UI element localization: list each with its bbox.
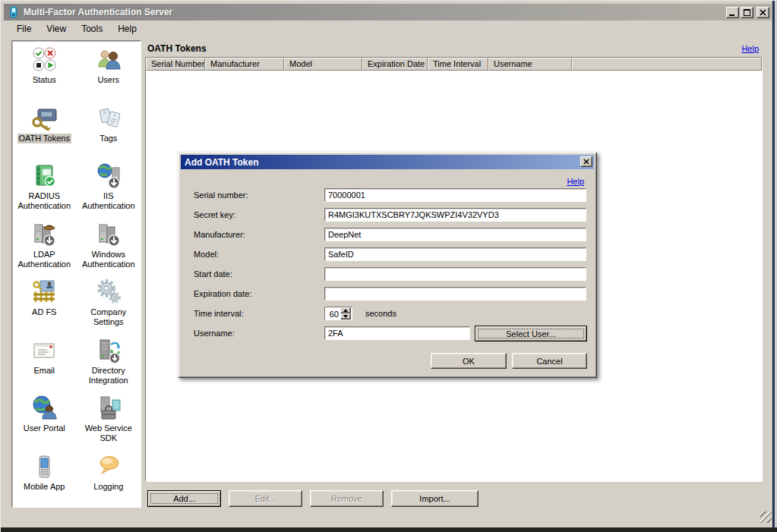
sidebar-item-iis-authentication[interactable]: IIS Authentication — [77, 159, 141, 218]
spinner-down-button[interactable] — [340, 313, 351, 320]
cancel-button[interactable]: Cancel — [512, 353, 587, 369]
sidebar-item-email[interactable]: Email — [12, 334, 77, 392]
windows-authentication-icon — [95, 221, 122, 248]
manufacturer-label: Manufacturer: — [194, 230, 245, 239]
column-header-model[interactable]: Model — [284, 58, 362, 71]
window-bottom-edge — [1, 527, 777, 532]
titlebar[interactable]: Multi-Factor Authentication Server — [4, 4, 772, 20]
menubar: File View Tools Help — [10, 23, 145, 36]
sidebar-item-user-portal[interactable]: User Portal — [12, 392, 77, 450]
sidebar-item-label: Web Service SDK — [77, 423, 140, 443]
ad-fs-icon — [30, 279, 58, 306]
username-field[interactable] — [324, 326, 470, 340]
sidebar-item-label: Users — [96, 75, 121, 85]
sidebar-item-ldap-authentication[interactable]: LDAP Authentication — [12, 218, 77, 276]
directory-integration-icon — [95, 337, 122, 364]
time-interval-field[interactable] — [325, 307, 340, 320]
dialog-help-link[interactable]: Help — [567, 177, 584, 186]
sidebar-item-label: Windows Authentication — [77, 250, 140, 269]
menu-tools[interactable]: Tools — [74, 23, 111, 36]
sidebar-item-ad-fs[interactable]: AD FS — [12, 275, 77, 334]
down-arrow-icon — [343, 315, 348, 318]
maximize-icon — [744, 9, 750, 16]
sidebar-item-web-service-sdk[interactable]: Web Service SDK — [77, 392, 141, 450]
ldap-authentication-icon — [30, 221, 58, 248]
dialog-titlebar[interactable]: Add OATH Token — [181, 155, 594, 169]
model-field[interactable] — [324, 247, 586, 261]
sidebar-item-label: RADIUS Authentication — [13, 191, 75, 211]
status-icon — [30, 46, 58, 74]
main-help-link[interactable]: Help — [741, 44, 759, 53]
page-title: OATH Tokens — [147, 43, 207, 54]
secret-key-field[interactable] — [324, 208, 586, 222]
manufacturer-field[interactable] — [324, 228, 586, 241]
column-header-time-interval[interactable]: Time Interval — [428, 58, 488, 71]
sidebar-item-users[interactable]: Users — [77, 43, 141, 102]
tags-icon — [95, 105, 122, 132]
column-header-manufacturer[interactable]: Manufacturer — [205, 58, 284, 71]
add-button[interactable]: Add... — [147, 490, 221, 507]
expiration-date-label: Expiration date: — [194, 289, 251, 298]
start-date-label: Start date: — [194, 269, 232, 279]
minimize-button[interactable] — [726, 7, 739, 18]
close-button[interactable] — [756, 7, 769, 18]
window-title: Multi-Factor Authentication Server — [24, 7, 725, 17]
sidebar-item-mobile-app[interactable]: Mobile App — [12, 450, 77, 508]
import-button[interactable]: Import... — [391, 490, 479, 507]
sidebar-item-label: LDAP Authentication — [13, 250, 75, 269]
mobile-app-icon — [30, 453, 58, 480]
user-portal-icon — [30, 395, 58, 422]
column-header-expiration-date[interactable]: Expiration Date — [362, 58, 428, 71]
sidebar-item-label: AD FS — [30, 307, 58, 317]
window-right-edge — [772, 1, 775, 532]
sidebar-item-label: IIS Authentication — [77, 191, 140, 211]
sidebar-item-radius-authentication[interactable]: RADIUS Authentication — [12, 159, 77, 218]
time-interval-spinner — [324, 307, 352, 320]
serial-number-label: Serial number: — [194, 190, 248, 200]
minimize-icon — [729, 9, 736, 16]
sidebar-item-tags[interactable]: Tags — [77, 102, 141, 160]
menu-help[interactable]: Help — [111, 23, 145, 36]
sidebar-item-company-settings[interactable]: Company Settings — [77, 275, 141, 334]
select-user-button-label: Select User... — [506, 329, 555, 338]
close-icon — [760, 9, 766, 16]
app-window: Multi-Factor Authentication Server File … — [0, 0, 777, 532]
sidebar-item-windows-authentication[interactable]: Windows Authentication — [77, 218, 141, 276]
dialog-title: Add OATH Token — [185, 157, 259, 168]
company-settings-icon — [95, 279, 122, 306]
menu-file[interactable]: File — [10, 23, 39, 36]
menu-view[interactable]: View — [39, 23, 74, 36]
app-icon — [8, 6, 20, 18]
sidebar-item-label: OATH Tokens — [17, 134, 71, 143]
iis-authentication-icon — [95, 162, 122, 190]
secret-key-label: Secret key: — [194, 210, 235, 219]
sidebar-item-label: Email — [32, 366, 56, 376]
ok-button[interactable]: OK — [431, 353, 507, 369]
sidebar-item-label: Tags — [98, 134, 118, 143]
sidebar-item-directory-integration[interactable]: Directory Integration — [77, 334, 141, 392]
serial-number-field[interactable] — [324, 188, 586, 202]
sidebar-item-oath-tokens[interactable]: OATH Tokens — [12, 102, 77, 160]
resize-grip[interactable] — [760, 512, 772, 523]
expiration-date-field[interactable] — [324, 287, 586, 301]
start-date-field[interactable] — [324, 267, 586, 281]
sidebar-item-label: Status — [31, 75, 58, 85]
select-user-button[interactable]: Select User... — [475, 326, 587, 342]
column-header-username[interactable]: Username — [488, 58, 572, 71]
sidebar-item-label: Logging — [92, 482, 125, 492]
add-oath-token-dialog: Add OATH Token Help Serial number: Secre… — [178, 152, 597, 378]
column-header-serial-number[interactable]: Serial Number — [146, 58, 205, 71]
radius-authentication-icon — [30, 162, 58, 190]
dialog-close-button[interactable] — [580, 156, 592, 167]
maximize-button[interactable] — [741, 7, 753, 18]
sidebar-item-status[interactable]: Status — [12, 43, 77, 102]
add-button-label: Add... — [173, 494, 195, 503]
sidebar-item-label: Mobile App — [22, 482, 66, 492]
time-interval-label: Time interval: — [194, 309, 244, 318]
email-icon — [30, 337, 58, 364]
close-icon — [583, 159, 589, 165]
sidebar-item-label: Company Settings — [77, 307, 140, 327]
sidebar-item-logging[interactable]: Logging — [77, 450, 141, 508]
spinner-up-button[interactable] — [340, 307, 351, 313]
oath-tokens-icon — [30, 105, 58, 132]
